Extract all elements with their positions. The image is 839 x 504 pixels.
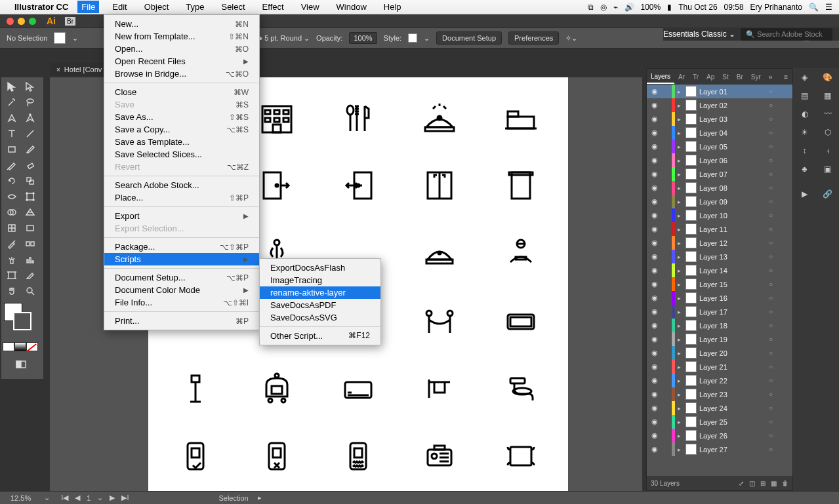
target-icon[interactable]: ○ (769, 184, 781, 191)
visibility-icon[interactable]: ◉ (647, 431, 663, 440)
column-graph-tool[interactable] (21, 252, 39, 267)
clip-mask-icon[interactable]: ◫ (749, 480, 755, 487)
layer-name[interactable]: Layer 07 (699, 170, 769, 178)
menu-select[interactable]: Select (217, 1, 249, 13)
layer-row[interactable]: ◉▸Layer 02○ (647, 98, 792, 112)
layer-name[interactable]: Layer 01 (699, 88, 769, 96)
layer-name[interactable]: Layer 27 (699, 446, 769, 454)
target-icon[interactable]: ○ (769, 349, 781, 357)
status-dropdown[interactable]: ▸ (258, 494, 262, 502)
menu-file[interactable]: File (77, 1, 99, 13)
magic-wand-tool[interactable] (3, 94, 21, 110)
layer-row[interactable]: ◉▸Layer 09○ (647, 195, 792, 208)
target-icon[interactable]: ○ (769, 157, 781, 164)
fill-dropdown[interactable]: ⌄ (72, 34, 78, 43)
close-window-icon[interactable] (7, 18, 14, 25)
locate-layer-icon[interactable]: ⤢ (739, 480, 744, 487)
document-setup-button[interactable]: Document Setup (436, 31, 502, 45)
color-mode-icon[interactable] (3, 342, 14, 351)
visibility-icon[interactable]: ◉ (647, 417, 663, 426)
expand-arrow-icon[interactable]: ▸ (675, 157, 683, 164)
visibility-icon[interactable]: ◉ (647, 349, 663, 357)
layer-name[interactable]: Layer 23 (699, 391, 769, 398)
visibility-icon[interactable]: ◉ (647, 142, 663, 151)
visibility-icon[interactable]: ◉ (647, 335, 663, 343)
file-menu-document-setup---[interactable]: Document Setup...⌥⌘P (104, 271, 259, 284)
visibility-icon[interactable]: ◉ (647, 252, 663, 261)
target-icon[interactable]: ○ (769, 239, 781, 246)
script-rename-aktive-layer[interactable]: rename-aktive-layer (260, 286, 380, 299)
layer-name[interactable]: Layer 25 (699, 418, 769, 426)
swatches-panel-icon[interactable]: ▦ (816, 87, 839, 105)
last-artboard-icon[interactable]: ▶I (119, 494, 131, 502)
layer-row[interactable]: ◉▸Layer 14○ (647, 263, 792, 277)
target-icon[interactable]: ○ (769, 377, 781, 384)
target-icon[interactable]: ○ (769, 404, 781, 412)
layer-row[interactable]: ◉▸Layer 07○ (647, 167, 792, 181)
file-menu-scripts[interactable]: Scripts▶ (104, 253, 259, 265)
layer-name[interactable]: Layer 08 (699, 184, 769, 192)
bridge-icon[interactable]: Br (65, 17, 75, 26)
align-panel-icon2[interactable]: ⫞ (816, 142, 839, 160)
lasso-tool[interactable] (21, 94, 39, 110)
target-icon[interactable]: ○ (769, 102, 781, 109)
align-icon[interactable]: ✧⌄ (565, 34, 577, 43)
prev-artboard-icon[interactable]: ◀ (73, 494, 82, 502)
visibility-icon[interactable]: ◉ (647, 390, 663, 398)
shaper-tool[interactable] (3, 157, 21, 173)
mesh-tool[interactable] (3, 220, 21, 236)
expand-arrow-icon[interactable]: ▸ (675, 433, 683, 439)
menu-object[interactable]: Object (140, 1, 173, 13)
layer-row[interactable]: ◉▸Layer 19○ (647, 332, 792, 346)
expand-arrow-icon[interactable]: ▸ (675, 295, 683, 301)
visibility-icon[interactable]: ◉ (647, 101, 663, 109)
slice-tool[interactable] (21, 267, 39, 283)
layer-row[interactable]: ◉▸Layer 12○ (647, 236, 792, 250)
pathfinder-panel-icon[interactable]: ♣ (793, 160, 816, 178)
target-icon[interactable]: ○ (769, 446, 781, 453)
layer-name[interactable]: Layer 16 (699, 294, 769, 302)
target-icon[interactable]: ○ (769, 294, 781, 301)
layer-name[interactable]: Layer 12 (699, 239, 769, 247)
battery-percent[interactable]: 100% (641, 3, 661, 12)
search-adobe-stock-input[interactable]: 🔍 Search Adobe Stock (741, 28, 832, 41)
gradient-mode-icon[interactable] (14, 342, 26, 351)
expand-arrow-icon[interactable]: ▸ (675, 378, 683, 384)
visibility-icon[interactable]: ◉ (647, 307, 663, 316)
fill-stroke-swatches[interactable] (4, 303, 41, 336)
fill-swatch[interactable] (54, 32, 66, 44)
none-mode-icon[interactable] (26, 342, 38, 351)
actions-panel-icon[interactable]: ▶ (793, 185, 816, 203)
expand-arrow-icon[interactable]: ▸ (675, 254, 683, 260)
artboard-dropdown[interactable]: ⌄ (95, 494, 105, 502)
visibility-icon[interactable]: ◉ (647, 156, 663, 165)
file-menu-place---[interactable]: Place...⇧⌘P (104, 191, 259, 204)
zoom-tool[interactable] (21, 283, 39, 299)
dropbox-icon[interactable]: ⧉ (588, 3, 594, 12)
battery-icon[interactable]: ▮ (667, 3, 672, 12)
blend-tool[interactable] (21, 236, 39, 252)
delete-layer-icon[interactable]: 🗑 (782, 480, 788, 487)
layer-name[interactable]: Layer 17 (699, 308, 769, 316)
new-layer-icon[interactable]: ▦ (771, 480, 777, 487)
target-icon[interactable]: ○ (769, 170, 781, 178)
symbols-tab[interactable]: Syr (747, 71, 765, 83)
volume-icon[interactable]: 🔊 (624, 3, 634, 12)
links-panel-icon[interactable]: 🔗 (816, 185, 839, 203)
direct-selection-tool[interactable] (21, 79, 39, 94)
layer-name[interactable]: Layer 20 (699, 349, 769, 357)
menubar-date[interactable]: Thu Oct 26 (678, 3, 717, 12)
script-imagetracing[interactable]: ImageTracing (260, 274, 380, 286)
close-tab-icon[interactable]: × (56, 66, 60, 73)
maximize-window-icon[interactable] (29, 18, 36, 25)
transform-panel-icon2[interactable]: ↕ (793, 142, 816, 160)
layer-name[interactable]: Layer 05 (699, 143, 769, 151)
bluetooth-icon[interactable]: ⌁ (613, 3, 618, 12)
expand-arrow-icon[interactable]: ▸ (675, 350, 683, 357)
layer-row[interactable]: ◉▸Layer 23○ (647, 387, 792, 401)
hand-tool[interactable] (3, 283, 21, 299)
visibility-icon[interactable]: ◉ (647, 211, 663, 220)
layer-row[interactable]: ◉▸Layer 05○ (647, 140, 792, 153)
layer-row[interactable]: ◉▸Layer 03○ (647, 112, 792, 126)
perspective-tool[interactable] (21, 204, 39, 220)
